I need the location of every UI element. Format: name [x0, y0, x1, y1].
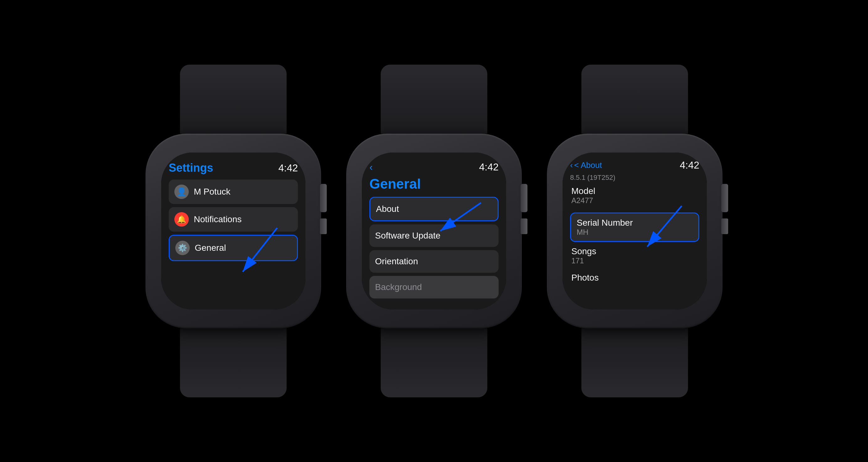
general-time: 4:42	[479, 161, 499, 173]
general-icon: ⚙️	[175, 241, 190, 255]
back-button-about[interactable]: ‹ < About	[570, 161, 602, 170]
watch-screen-3: ‹ < About 4:42 8.5.1 (19T252) Model A247…	[563, 152, 707, 310]
songs-label: Songs	[571, 247, 698, 256]
photos-row: Photos	[570, 273, 699, 283]
side-button-1	[320, 219, 327, 234]
serial-label: Serial Number	[577, 218, 693, 228]
model-label: Model	[571, 186, 698, 196]
watch-3: ‹ < About 4:42 8.5.1 (19T252) Model A247…	[547, 65, 722, 397]
crown-2	[521, 184, 527, 212]
band-top-2	[381, 65, 487, 134]
general-title: General	[369, 176, 499, 192]
general-item-orientation[interactable]: Orientation	[369, 250, 499, 273]
watch-case-3: ‹ < About 4:42 8.5.1 (19T252) Model A247…	[547, 134, 722, 328]
band-bottom-2	[381, 328, 487, 397]
side-button-3	[721, 219, 728, 234]
band-top-1	[180, 65, 287, 134]
watch-screen-2: ‹ 4:42 General About Software Update Ori…	[362, 152, 506, 310]
photos-label: Photos	[571, 273, 698, 283]
band-bottom-1	[180, 328, 287, 397]
songs-value: 171	[571, 256, 698, 265]
back-label: < About	[574, 161, 602, 170]
band-top-3	[581, 65, 688, 134]
side-button-2	[521, 219, 527, 234]
about-header: ‹ < About 4:42	[570, 160, 699, 171]
crown-3	[721, 184, 728, 212]
about-label: About	[376, 204, 399, 214]
general-header: ‹ 4:42	[369, 161, 499, 173]
settings-item-profile[interactable]: 👤 M Potuck	[169, 179, 298, 204]
back-chevron-icon: ‹	[570, 161, 573, 170]
background-label: Background	[375, 282, 422, 292]
back-button-general[interactable]: ‹	[369, 161, 373, 173]
software-update-label: Software Update	[375, 231, 441, 240]
notifications-label: Notifications	[194, 214, 242, 224]
model-value: A2477	[571, 196, 698, 205]
about-time: 4:42	[680, 160, 699, 171]
general-item-about[interactable]: About	[369, 197, 499, 221]
watch-screen-1: Settings 4:42 👤 M Potuck 🔔 Notifications…	[161, 152, 305, 310]
watch-case-1: Settings 4:42 👤 M Potuck 🔔 Notifications…	[146, 134, 321, 328]
settings-item-general[interactable]: ⚙️ General	[169, 235, 298, 261]
watch-case-2: ‹ 4:42 General About Software Update Ori…	[346, 134, 522, 328]
band-bottom-3	[581, 328, 688, 397]
serial-value: MH	[577, 228, 693, 237]
crown-1	[320, 184, 327, 212]
settings-header: Settings 4:42	[169, 161, 298, 174]
model-row: Model A2477	[570, 186, 699, 205]
orientation-label: Orientation	[375, 256, 418, 266]
version-text: 8.5.1 (19T252)	[570, 174, 699, 182]
settings-time: 4:42	[278, 162, 298, 174]
settings-title: Settings	[169, 161, 213, 174]
general-label: General	[195, 243, 226, 253]
watch-2: ‹ 4:42 General About Software Update Ori…	[346, 65, 522, 397]
general-item-background[interactable]: Background	[369, 276, 499, 298]
profile-label: M Potuck	[194, 187, 230, 197]
settings-item-notifications[interactable]: 🔔 Notifications	[169, 207, 298, 232]
songs-row: Songs 171	[570, 247, 699, 265]
serial-number-row[interactable]: Serial Number MH	[570, 212, 699, 242]
watch-1: Settings 4:42 👤 M Potuck 🔔 Notifications…	[146, 65, 321, 397]
profile-avatar: 👤	[174, 184, 189, 199]
general-item-software-update[interactable]: Software Update	[369, 224, 499, 247]
notifications-icon: 🔔	[174, 212, 189, 227]
